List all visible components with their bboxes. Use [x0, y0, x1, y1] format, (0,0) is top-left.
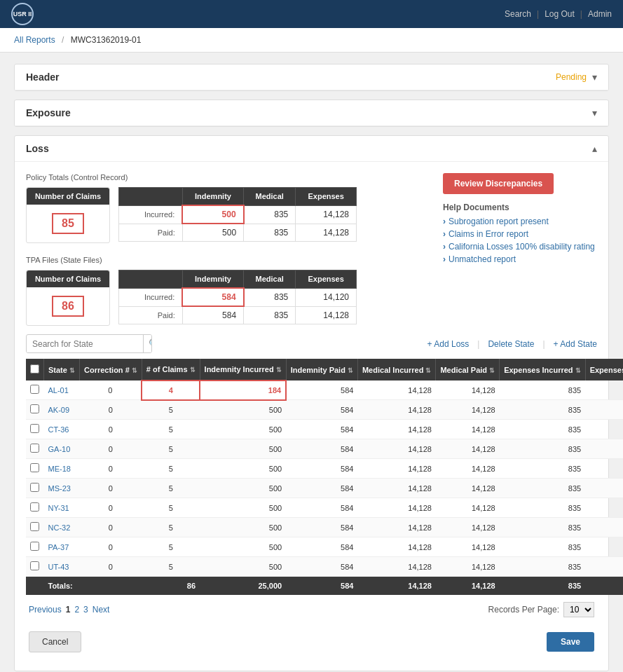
indemnity-col-header: Indemnity — [182, 188, 243, 206]
breadcrumb: All Reports / MWC31362019-01 — [0, 28, 623, 53]
exposure-card-title: Exposure — [26, 107, 71, 118]
exposure-card: Exposure ▾ — [14, 100, 609, 127]
state-link-6[interactable]: NY-31 — [48, 504, 69, 512]
tpa-incurred-label: Incurred: — [119, 288, 183, 306]
loss-card-body: Policy Totals (Control Record) Number of… — [15, 162, 608, 671]
select-all-header[interactable] — [26, 359, 44, 380]
policy-totals-label: Policy Totals (Control Record) — [26, 173, 412, 181]
row-checkbox-5[interactable] — [30, 483, 39, 492]
admin-nav-link[interactable]: Admin — [588, 9, 612, 19]
save-button[interactable]: Save — [547, 632, 594, 652]
help-docs-list: Subrogation report present Claims in Err… — [443, 217, 595, 264]
table-row: GA-10 0 5 500 584 14,128 14,128 835 835 — [26, 439, 623, 459]
header-card-toggle[interactable]: Header Pending ▾ — [15, 64, 608, 90]
exp-incurred-col-header[interactable]: Expenses Incurred ⇅ — [500, 359, 586, 380]
pagination-links: Previous 1 2 3 Next — [29, 605, 109, 615]
next-page-link[interactable]: Next — [93, 605, 110, 615]
loss-card-toggle[interactable]: Loss ▴ — [15, 136, 608, 162]
add-state-button[interactable]: + Add State — [554, 339, 597, 349]
state-link-9[interactable]: UT-43 — [48, 563, 69, 571]
policy-claims-header: Number of Claims — [27, 188, 109, 205]
table-row: NC-32 0 5 500 584 14,128 14,128 835 835 — [26, 518, 623, 537]
table-controls: 🔍 + Add Loss | Delete State | + Add Stat… — [26, 334, 597, 353]
tpa-indemnity-header: Indemnity — [182, 270, 243, 289]
search-submit-button[interactable]: 🔍 — [143, 335, 152, 352]
state-link-4[interactable]: ME-18 — [48, 465, 71, 473]
state-link-2[interactable]: CT-36 — [48, 425, 69, 434]
help-link-2[interactable]: California Losses 100% disability rating — [449, 242, 595, 252]
chevron-up-icon: ▾ — [592, 107, 597, 118]
help-link-0[interactable]: Subrogation report present — [449, 217, 549, 226]
help-link-3[interactable]: Unmatched report — [449, 254, 516, 264]
tpa-paid-indemnity: 584 — [182, 306, 243, 324]
records-per-page-select[interactable]: 10 25 50 — [563, 602, 594, 617]
policy-incurred-expenses: 14,128 — [296, 205, 357, 224]
totals-claims: 86 — [142, 577, 200, 596]
exposure-card-toggle[interactable]: Exposure ▾ — [15, 100, 608, 126]
search-nav-link[interactable]: Search — [505, 9, 531, 19]
totals-med-paid: 14,128 — [436, 577, 500, 596]
logo: USR II — [11, 3, 34, 25]
state-link-0[interactable]: AL-01 — [48, 386, 69, 395]
state-link-8[interactable]: PA-37 — [48, 543, 69, 551]
correction-col-header[interactable]: Correction # ⇅ — [79, 359, 142, 380]
totals-ind-paid: 584 — [286, 577, 357, 596]
row-checkbox-2[interactable] — [30, 424, 39, 433]
table-row: AL-01 0 4 184 584 14,128 14,128 835 835 — [26, 380, 623, 400]
state-col-header[interactable]: State ⇅ — [44, 359, 80, 380]
select-all-checkbox[interactable] — [30, 364, 39, 373]
expenses-col-header: Expenses — [296, 188, 357, 206]
state-data-table: State ⇅ Correction # ⇅ # of Claims ⇅ Ind… — [26, 359, 623, 595]
row-checkbox-9[interactable] — [30, 561, 39, 570]
chevron-up-icon-2: ▴ — [592, 143, 597, 154]
table-row: PA-37 0 5 500 584 14,128 14,128 835 835 — [26, 537, 623, 557]
med-incurred-col-header[interactable]: Medical Incurred ⇅ — [357, 359, 435, 380]
review-discrepancies-button[interactable]: Review Discrepancies — [443, 173, 554, 194]
state-link-1[interactable]: AK-09 — [48, 406, 70, 414]
previous-page-link[interactable]: Previous — [29, 605, 62, 615]
search-input[interactable] — [27, 336, 143, 352]
page-2-link[interactable]: 2 — [74, 605, 79, 615]
top-navigation: USR II Search | Log Out | Admin — [0, 0, 623, 28]
med-paid-col-header[interactable]: Medical Paid ⇅ — [436, 359, 500, 380]
page-3-link[interactable]: 3 — [83, 605, 88, 615]
tpa-incurred-indemnity: 584 — [182, 288, 243, 306]
row-checkbox-4[interactable] — [30, 463, 39, 472]
ind-paid-col-header[interactable]: Indemnity Paid ⇅ — [286, 359, 357, 380]
row-checkbox-7[interactable] — [30, 522, 39, 531]
policy-paid-medical: 835 — [244, 224, 296, 242]
row-checkbox-1[interactable] — [30, 404, 39, 413]
row-checkbox-8[interactable] — [30, 542, 39, 551]
tpa-claims-header: Number of Claims — [27, 270, 109, 287]
tpa-paid-medical: 835 — [244, 306, 296, 324]
state-link-5[interactable]: MS-23 — [48, 484, 71, 493]
row-checkbox-6[interactable] — [30, 502, 39, 512]
state-link-3[interactable]: GA-10 — [48, 445, 71, 453]
tpa-medical-header: Medical — [244, 270, 296, 289]
logout-nav-link[interactable]: Log Out — [545, 9, 575, 19]
right-panel: Review Discrepancies Help Documents Subr… — [443, 173, 597, 267]
table-row: UT-43 0 5 500 584 14,128 14,128 835 835 — [26, 557, 623, 577]
exp-paid-col-header[interactable]: Expenses Paid ⇅ — [585, 359, 623, 380]
delete-state-button[interactable]: Delete State — [488, 339, 534, 349]
page-1[interactable]: 1 — [66, 605, 71, 615]
tpa-claims-box: Number of Claims 86 — [26, 270, 110, 326]
header-card: Header Pending ▾ — [14, 64, 609, 91]
pagination: Previous 1 2 3 Next Records Per Page: 10… — [26, 595, 597, 624]
tpa-incurred-expenses: 14,120 — [296, 288, 357, 306]
tpa-financial-table: Indemnity Medical Expenses Incurred: 584 — [118, 270, 357, 324]
current-report: MWC31362019-01 — [71, 35, 142, 45]
tpa-claims-count: 86 — [52, 296, 84, 317]
policy-claims-count: 85 — [52, 213, 84, 234]
ind-incurred-col-header[interactable]: Indemnity Incurred ⇅ — [200, 359, 286, 380]
help-link-1[interactable]: Claims in Error report — [449, 229, 528, 239]
incurred-label: Incurred: — [119, 205, 183, 224]
tpa-paid-label: Paid: — [119, 306, 183, 324]
row-checkbox-0[interactable] — [30, 385, 39, 394]
state-link-7[interactable]: NC-32 — [48, 523, 71, 532]
claims-col-header[interactable]: # of Claims ⇅ — [142, 359, 200, 380]
add-loss-button[interactable]: + Add Loss — [427, 339, 470, 349]
all-reports-link[interactable]: All Reports — [14, 35, 55, 45]
row-checkbox-3[interactable] — [30, 444, 39, 453]
cancel-button[interactable]: Cancel — [29, 631, 81, 652]
